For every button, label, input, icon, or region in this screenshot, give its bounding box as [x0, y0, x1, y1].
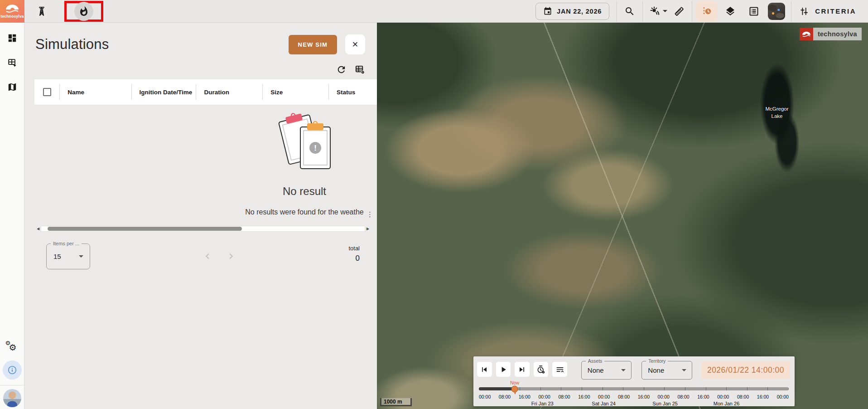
- territory-value: None: [648, 366, 664, 374]
- assets-select[interactable]: Assets None: [581, 361, 632, 380]
- overflow-menu-icon[interactable]: ⋮: [366, 210, 373, 219]
- user-menu[interactable]: [0, 385, 24, 409]
- tick-label: 16:00: [519, 394, 530, 399]
- map-watermark: technosylva: [800, 28, 862, 40]
- tick-label: 16:00: [697, 394, 709, 399]
- timeline-day-labels: Fri Jan 23 Sat Jan 24 Sun Jan 25 Mon Jan…: [479, 401, 789, 407]
- day-label: Sun Jan 25: [652, 401, 678, 406]
- sidebar-item-map[interactable]: [3, 78, 21, 96]
- pager: [90, 251, 348, 262]
- timeline-tick-labels: 00:0008:0016:0000:0008:0016:0000:0008:00…: [479, 394, 789, 399]
- scrollbar-thumb[interactable]: [48, 227, 241, 231]
- table-settings-button[interactable]: [355, 64, 365, 75]
- assets-label: Assets: [586, 358, 605, 364]
- timeline-handle[interactable]: [511, 385, 518, 392]
- divider: [791, 1, 791, 22]
- map-canvas[interactable]: technosylva McGregor Lake 1000 m: [377, 23, 868, 409]
- tick-label: 08:00: [618, 394, 630, 399]
- current-timestamp[interactable]: 2026/01/22 14:00:00: [701, 361, 790, 379]
- basemap-switcher-button[interactable]: [767, 2, 786, 20]
- layers-button[interactable]: [721, 2, 739, 20]
- legend-button[interactable]: [745, 2, 763, 20]
- column-header-status[interactable]: Status: [328, 84, 377, 100]
- criteria-label: CRITERIA: [815, 7, 856, 15]
- timeline-track[interactable]: [479, 387, 789, 390]
- sidebar-item-dashboard[interactable]: [3, 29, 21, 47]
- previous-page-button[interactable]: [202, 251, 213, 262]
- technosylva-logo-icon: [800, 28, 813, 40]
- sidebar-item-tables[interactable]: [3, 54, 21, 72]
- tick-label: 16:00: [638, 394, 650, 399]
- play-button[interactable]: [496, 362, 511, 377]
- column-header-size[interactable]: Size: [262, 84, 328, 100]
- day-label: Fri Jan 23: [531, 401, 554, 406]
- gear-icon: ⚙: [9, 342, 17, 352]
- transmission-tower-button[interactable]: [33, 2, 51, 20]
- totals: total 0: [348, 245, 360, 263]
- skip-to-start-button[interactable]: [477, 362, 492, 377]
- watermark-text: technosylva: [818, 30, 857, 38]
- date-picker-label: JAN 22, 2026: [557, 8, 602, 15]
- skip-to-end-button[interactable]: [515, 362, 530, 377]
- divider: [617, 1, 617, 22]
- app-logo[interactable]: technosylva: [0, 0, 24, 23]
- assets-value: None: [588, 366, 604, 374]
- exclamation-icon: !: [314, 144, 317, 152]
- chevron-down-icon: [79, 255, 83, 258]
- sensor-menu-button[interactable]: [646, 2, 670, 20]
- skip-next-icon: [517, 365, 526, 374]
- tick-label: 00:00: [658, 394, 670, 399]
- legend-icon: [748, 6, 759, 17]
- calendar-icon: [543, 7, 552, 16]
- empty-state-message: No results were found for the weathe: [200, 208, 409, 216]
- select-all-checkbox[interactable]: [43, 88, 51, 96]
- scroll-right-arrow[interactable]: ▶: [365, 227, 371, 231]
- map-icon: [7, 82, 17, 92]
- timeline-toggle-button-active[interactable]: [696, 1, 718, 22]
- time-settings-button[interactable]: [534, 362, 549, 377]
- scrollbar-track[interactable]: [41, 226, 365, 232]
- fire-simulations-button[interactable]: [74, 2, 93, 21]
- column-header-name[interactable]: Name: [59, 84, 131, 100]
- empty-clipboards-illustration: !: [274, 109, 335, 176]
- search-button[interactable]: [621, 2, 639, 20]
- items-per-page-label: Items per ...: [51, 241, 82, 246]
- fire-tab-annotation-box: [64, 1, 103, 22]
- close-panel-button[interactable]: ×: [345, 34, 365, 54]
- info-button[interactable]: [3, 360, 22, 380]
- left-sidebar: ⚙ ⚙: [0, 23, 24, 409]
- column-header-ignition[interactable]: Ignition Date/Time: [131, 84, 196, 100]
- divider: [692, 1, 692, 22]
- table-header-row: Name Ignition Date/Time Duration Size St…: [34, 79, 377, 105]
- user-avatar: [3, 389, 21, 407]
- tick-label: 16:00: [757, 394, 769, 399]
- select-all-cell: [34, 84, 59, 100]
- basemap-thumbnail: [768, 3, 785, 20]
- column-header-duration[interactable]: Duration: [196, 84, 262, 100]
- timeline-clock-icon: [701, 6, 712, 17]
- tick-label: 08:00: [677, 394, 689, 399]
- territory-select[interactable]: Territory None: [641, 361, 692, 380]
- items-per-page-value: 15: [53, 253, 61, 260]
- items-per-page-select[interactable]: Items per ... 15: [46, 243, 90, 269]
- scroll-left-arrow[interactable]: ◀: [35, 227, 41, 231]
- total-value: 0: [348, 254, 360, 263]
- scale-label: 1000 m: [381, 399, 402, 405]
- measure-button[interactable]: [670, 2, 688, 20]
- now-label: Now: [510, 380, 519, 385]
- tick-label: 00:00: [717, 394, 729, 399]
- tick-label: 08:00: [737, 394, 749, 399]
- date-picker-button[interactable]: JAN 22, 2026: [535, 3, 609, 20]
- horizontal-scrollbar[interactable]: ◀ ▶: [35, 225, 371, 232]
- timeline-list-button[interactable]: [552, 362, 567, 377]
- next-page-button[interactable]: [226, 251, 236, 262]
- table-dropdown-icon: [7, 58, 17, 68]
- fire-icon: [78, 6, 89, 17]
- new-sim-button[interactable]: NEW SIM: [289, 35, 337, 54]
- criteria-button[interactable]: CRITERIA: [800, 6, 856, 16]
- pagination-footer: Items per ... 15 total 0: [24, 232, 377, 269]
- settings-button[interactable]: ⚙ ⚙: [5, 341, 19, 354]
- refresh-button[interactable]: [336, 64, 347, 75]
- empty-state-title: No result: [200, 185, 409, 198]
- tick-label: 08:00: [558, 394, 570, 399]
